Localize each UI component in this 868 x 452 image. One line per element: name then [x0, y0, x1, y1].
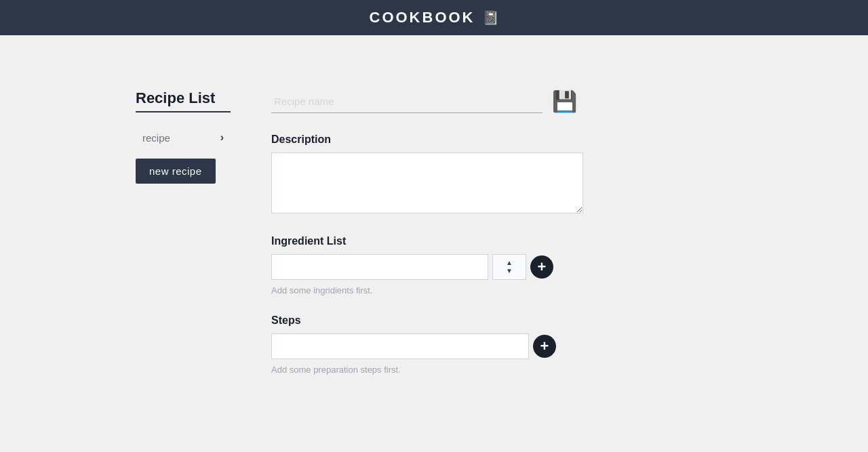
- add-step-button[interactable]: +: [533, 335, 556, 358]
- main-layout: Recipe List recipe › new recipe 💾 Descri…: [0, 35, 868, 421]
- ingredient-input[interactable]: [271, 254, 488, 280]
- chevron-right-icon: ›: [220, 131, 224, 144]
- recipe-list-title: Recipe List: [136, 89, 231, 107]
- ingredient-hint: Add some ingridients first.: [271, 285, 787, 295]
- quantity-spinner[interactable]: ▲ ▼: [492, 254, 526, 280]
- ingredient-section: Ingredient List ▲ ▼ + Add some ingridien…: [271, 235, 787, 295]
- spinner-down-icon[interactable]: ▼: [506, 267, 513, 275]
- steps-section: Steps + Add some preparation steps first…: [271, 314, 787, 375]
- recipe-name-row: 💾: [271, 89, 787, 113]
- save-icon[interactable]: 💾: [552, 89, 577, 113]
- recipe-item-label: recipe: [142, 132, 170, 144]
- description-textarea[interactable]: [271, 152, 583, 213]
- recipe-name-input[interactable]: [271, 90, 542, 113]
- steps-hint: Add some preparation steps first.: [271, 365, 787, 375]
- recipe-sidebar: Recipe List recipe › new recipe: [0, 89, 231, 394]
- cookbook-icon: 📓: [482, 9, 499, 26]
- steps-input[interactable]: [271, 333, 529, 359]
- new-recipe-button[interactable]: new recipe: [136, 159, 216, 184]
- spinner-up-icon[interactable]: ▲: [506, 259, 513, 267]
- recipe-list-item[interactable]: recipe ›: [136, 126, 231, 149]
- app-title: COOKBOOK: [370, 9, 475, 26]
- steps-row: +: [271, 333, 787, 359]
- ingredient-row: ▲ ▼ +: [271, 254, 787, 280]
- description-section: Description: [271, 133, 787, 235]
- recipe-form: 💾 Description Ingredient List ▲ ▼ + Add …: [231, 89, 868, 394]
- recipe-list-divider: [136, 111, 231, 112]
- app-header: COOKBOOK 📓: [0, 0, 868, 35]
- ingredient-list-label: Ingredient List: [271, 235, 787, 247]
- add-ingredient-button[interactable]: +: [530, 255, 553, 279]
- steps-label: Steps: [271, 314, 787, 327]
- plus-icon: +: [540, 339, 549, 354]
- plus-icon: +: [538, 260, 547, 274]
- description-label: Description: [271, 133, 787, 146]
